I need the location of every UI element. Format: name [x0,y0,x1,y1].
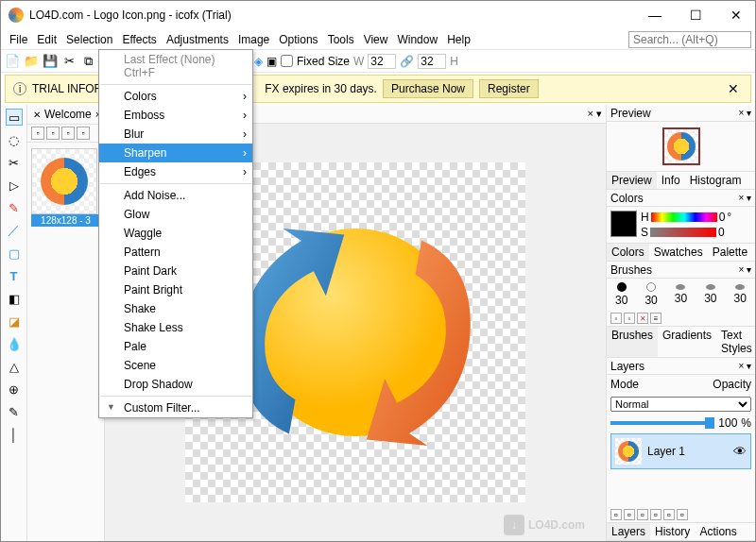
blend-mode-select[interactable]: Normal [610,397,751,412]
layer-group-icon[interactable]: ▫ [650,509,662,520]
thumb-del-icon[interactable]: ▫ [61,127,75,140]
thumb-new-icon[interactable]: ▫ [31,127,44,140]
menu-paint-bright[interactable]: Paint Bright [99,280,252,299]
brush-preset[interactable]: 30 [704,284,716,305]
brush-add-icon[interactable]: ▫ [610,313,622,324]
panel-collapse-icon[interactable]: × ▾ [738,108,751,118]
layer-dup-icon[interactable]: ▫ [624,509,635,520]
menu-glow[interactable]: Glow [99,205,252,224]
sharpen-tool[interactable]: △ [6,358,23,375]
panel-collapse-icon[interactable]: × ▾ [738,264,751,275]
visibility-icon[interactable]: 👁 [733,444,747,459]
menu-edges[interactable]: Edges [99,162,252,181]
blur-tool[interactable]: 💧 [6,335,23,352]
rect-tool[interactable]: ▢ [6,245,23,262]
lasso-tool[interactable]: ◌ [6,131,23,148]
open-icon[interactable]: 📁 [24,54,39,69]
close-button[interactable]: ✕ [725,4,747,26]
menu-adjustments[interactable]: Adjustments [162,31,233,48]
menu-drop-shadow[interactable]: Drop Shadow [99,375,252,394]
menu-colors[interactable]: Colors [99,87,252,106]
move-tool[interactable]: ▷ [6,177,23,194]
eyedropper-tool[interactable]: ✎ [6,403,23,420]
fixed-size-checkbox[interactable] [281,55,293,67]
cut-icon[interactable]: ✂ [61,54,77,69]
welcome-close-icon[interactable]: ✕ [33,110,41,120]
menu-edit[interactable]: Edit [32,31,61,48]
panel-collapse-icon[interactable]: × ▾ [738,361,751,371]
brush-del-icon[interactable]: ✕ [637,313,648,324]
menu-shake[interactable]: Shake [99,299,252,318]
menu-selection[interactable]: Selection [61,31,117,48]
diamond-icon[interactable]: ◈ [254,55,263,68]
brush-menu-icon[interactable]: ≡ [650,313,662,324]
purchase-button[interactable]: Purchase Now [383,79,473,98]
crop-icon[interactable]: ▣ [266,55,277,68]
brush-preset[interactable]: 30 [675,284,687,305]
height-input[interactable] [418,54,446,69]
layer-new-icon[interactable]: ▫ [610,509,622,520]
tab-text-styles[interactable]: Text Styles [716,327,755,357]
tab-actions[interactable]: Actions [695,523,741,540]
menu-add-noise[interactable]: Add Noise... [99,186,252,205]
pencil-tool[interactable]: ／ [6,222,23,239]
maximize-button[interactable]: ☐ [684,4,708,26]
menu-window[interactable]: Window [392,31,442,48]
welcome-tab[interactable]: ✕ Welcome ×▾ [27,105,104,125]
brush-preset[interactable]: 30 [734,284,747,305]
brush-preset[interactable]: 30 [644,282,657,307]
thumb-dup-icon[interactable]: ▫ [46,127,60,140]
menu-shake-less[interactable]: Shake Less [99,318,252,337]
fill-tool[interactable]: ◧ [6,290,23,307]
save-icon[interactable]: 💾 [43,54,58,69]
menu-help[interactable]: Help [442,31,475,48]
tab-brushes[interactable]: Brushes [607,327,658,357]
line-tool[interactable]: │ [6,426,23,443]
tab-palette[interactable]: Palette [708,244,752,261]
canvas-tabs-menu-icon[interactable]: × ▾ [584,108,606,120]
tab-history[interactable]: History [650,523,695,540]
tab-histogram[interactable]: Histogram [685,172,747,189]
copy-icon[interactable]: ⧉ [80,54,95,69]
tab-colors[interactable]: Colors [607,244,649,261]
marquee-tool[interactable]: ▭ [6,109,23,126]
register-button[interactable]: Register [479,79,539,98]
minimize-button[interactable]: — [643,4,667,26]
layer-item[interactable]: Layer 1 👁 [610,433,751,469]
tab-info[interactable]: Info [657,172,685,189]
panel-collapse-icon[interactable]: × ▾ [738,193,751,203]
link-icon[interactable]: 🔗 [400,55,414,68]
menu-sharpen[interactable]: Sharpen [99,144,252,162]
menu-custom-filter[interactable]: Custom Filter... [99,398,252,417]
width-input[interactable] [368,54,396,69]
menu-paint-dark[interactable]: Paint Dark [99,262,252,280]
menu-options[interactable]: Options [274,31,322,48]
menu-emboss[interactable]: Emboss [99,106,252,125]
menu-pale[interactable]: Pale [99,337,252,356]
eraser-tool[interactable]: ◪ [6,313,23,330]
thumbnail-item[interactable] [31,148,97,214]
menu-pattern[interactable]: Pattern [99,243,252,262]
tab-swatches[interactable]: Swatches [649,244,708,261]
menu-file[interactable]: File [5,31,32,48]
layer-mask-icon[interactable]: ▫ [663,509,675,520]
search-input[interactable] [628,31,751,48]
menu-effects[interactable]: Effects [117,31,161,48]
hue-slider[interactable] [651,212,717,222]
menu-tools[interactable]: Tools [323,31,359,48]
tab-gradients[interactable]: Gradients [658,327,716,357]
menu-view[interactable]: View [359,31,393,48]
brush-dup-icon[interactable]: ▫ [624,313,635,324]
new-icon[interactable]: 📄 [5,54,20,69]
menu-waggle[interactable]: Waggle [99,224,252,243]
clone-tool[interactable]: ⊕ [6,381,23,398]
tab-layers[interactable]: Layers [607,523,650,540]
layer-fx-icon[interactable]: ▫ [677,509,688,520]
crop-tool[interactable]: ✂ [6,154,23,171]
layer-del-icon[interactable]: ▫ [637,509,648,520]
thumb-export-icon[interactable]: ▫ [77,127,90,140]
text-tool[interactable]: T [6,267,23,284]
menu-last-effect[interactable]: Last Effect (None) Ctrl+F [99,50,252,82]
trial-close-icon[interactable]: ✕ [724,81,743,96]
menu-blur[interactable]: Blur [99,125,252,144]
